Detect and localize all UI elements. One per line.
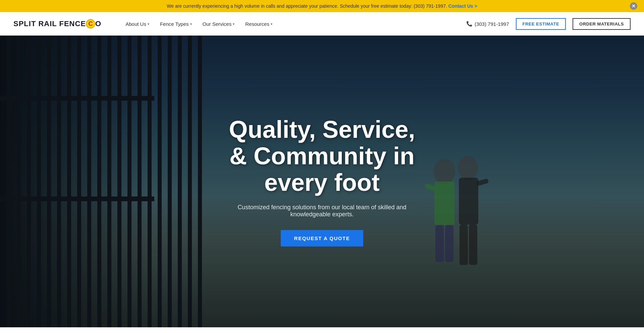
svg-rect-6 bbox=[459, 178, 478, 225]
svg-point-5 bbox=[458, 156, 478, 180]
colorado-flag-icon bbox=[86, 19, 95, 29]
phone-icon: 📞 bbox=[466, 21, 473, 27]
nav-item-resources[interactable]: Resources ▾ bbox=[241, 18, 276, 30]
svg-rect-7 bbox=[460, 225, 468, 265]
hero-content: Quality, Service, & Community in every f… bbox=[205, 116, 439, 247]
svg-rect-3 bbox=[445, 225, 453, 262]
nav-item-about[interactable]: About Us ▾ bbox=[121, 18, 153, 30]
nav-links: About Us ▾ Fence Types ▾ Our Services ▾ … bbox=[121, 18, 466, 30]
svg-rect-9 bbox=[476, 178, 489, 186]
logo[interactable]: Split Rail Fence o bbox=[13, 19, 101, 29]
logo-text-part1: Split Rail Fence bbox=[13, 19, 86, 28]
announcement-bar: We are currently experiencing a high vol… bbox=[0, 0, 644, 12]
hero-section: Quality, Service, & Community in every f… bbox=[0, 36, 644, 327]
announcement-text: We are currently experiencing a high vol… bbox=[167, 3, 447, 9]
nav-right: 📞 (303) 791-1997 FREE ESTIMATE ORDER MAT… bbox=[466, 18, 631, 30]
chevron-down-icon: ▾ bbox=[148, 22, 149, 26]
request-quote-button[interactable]: REQUEST A QUOTE bbox=[281, 230, 363, 246]
nav-label-fence-types: Fence Types bbox=[160, 21, 189, 27]
nav-label-our-services: Our Services bbox=[203, 21, 232, 27]
free-estimate-button[interactable]: FREE ESTIMATE bbox=[516, 18, 566, 30]
logo-text-part2: o bbox=[95, 19, 101, 28]
nav-label-about: About Us bbox=[125, 21, 146, 27]
chevron-down-icon: ▾ bbox=[271, 22, 272, 26]
nav-label-resources: Resources bbox=[245, 21, 269, 27]
hero-title: Quality, Service, & Community in every f… bbox=[218, 116, 426, 196]
nav-item-fence-types[interactable]: Fence Types ▾ bbox=[156, 18, 196, 30]
announcement-link[interactable]: Contact Us > bbox=[448, 3, 477, 9]
nav-item-our-services[interactable]: Our Services ▾ bbox=[199, 18, 239, 30]
svg-rect-8 bbox=[469, 225, 477, 265]
phone-number: (303) 791-1997 bbox=[475, 21, 509, 27]
chevron-down-icon: ▾ bbox=[190, 22, 192, 26]
main-nav: Split Rail Fence o About Us ▾ Fence Type… bbox=[0, 12, 644, 36]
close-button[interactable]: ✕ bbox=[630, 2, 637, 10]
order-materials-button[interactable]: ORDER MATERIALS bbox=[573, 18, 631, 30]
phone-link[interactable]: 📞 (303) 791-1997 bbox=[466, 21, 509, 27]
hero-subtitle: Customized fencing solutions from our lo… bbox=[218, 204, 426, 218]
chevron-down-icon: ▾ bbox=[233, 22, 234, 26]
